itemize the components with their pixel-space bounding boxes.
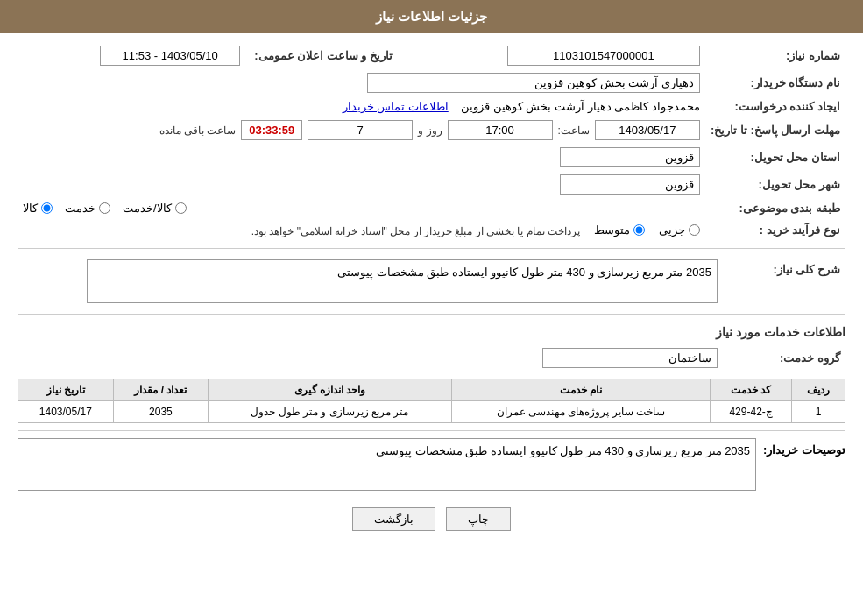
category-kala-khedmat-option[interactable]: کالا/خدمت bbox=[123, 202, 187, 215]
main-content: شماره نیاز: 1103101547000001 تاریخ و ساع… bbox=[0, 33, 863, 540]
city-value: قزوین bbox=[560, 174, 700, 195]
category-kala-option[interactable]: کالا bbox=[23, 202, 53, 215]
page-title: جزئیات اطلاعات نیاز bbox=[376, 9, 487, 24]
remaining-days-value: 7 bbox=[308, 120, 413, 140]
category-khedmat-label: خدمت bbox=[65, 202, 95, 215]
cell-unit: متر مربع زیرسازی و متر طول جدول bbox=[209, 401, 452, 423]
announce-datetime-value: 1403/05/10 - 11:53 bbox=[100, 46, 240, 66]
need-number-label: شماره نیاز: bbox=[705, 42, 845, 69]
col-header-row: ردیف bbox=[792, 379, 845, 401]
response-date-value: 1403/05/17 bbox=[595, 120, 700, 140]
remaining-days-label: روز و bbox=[418, 124, 442, 137]
creator-label: ایجاد کننده درخواست: bbox=[705, 96, 845, 117]
need-description-table: شرح کلی نیاز: 2035 متر مربع زیرسازی و 43… bbox=[18, 256, 845, 307]
cell-code: ج-42-429 bbox=[710, 401, 792, 423]
category-kala-khedmat-label: کالا/خدمت bbox=[123, 202, 172, 215]
response-deadline-label: مهلت ارسال پاسخ: تا تاریخ: bbox=[705, 117, 845, 144]
print-button[interactable]: چاپ bbox=[446, 507, 511, 531]
category-kala-label: کالا bbox=[23, 202, 38, 215]
response-time-label: ساعت: bbox=[558, 124, 590, 137]
buyer-org-label: نام دستگاه خریدار: bbox=[705, 69, 845, 96]
process-motavasset-label: متوسط bbox=[594, 223, 630, 237]
response-time-value: 17:00 bbox=[448, 120, 553, 140]
cell-name: ساخت سایر پروژه‌های مهندسی عمران bbox=[451, 401, 710, 423]
services-table: ردیف کد خدمت نام خدمت واحد اندازه گیری ت… bbox=[18, 379, 845, 423]
creator-contact-link[interactable]: اطلاعات تماس خریدار bbox=[343, 100, 449, 113]
province-value: قزوین bbox=[560, 147, 700, 167]
need-desc-value: 2035 متر مربع زیرسازی و 430 متر طول کانی… bbox=[87, 259, 718, 303]
process-motavasset-option[interactable]: متوسط bbox=[594, 223, 645, 237]
col-header-date: تاریخ نیاز bbox=[18, 379, 114, 401]
service-group-table: گروه خدمت: ساختمان bbox=[18, 344, 845, 372]
buyer-notes-wrapper: توصیحات خریدار: bbox=[18, 438, 845, 493]
cell-row: 1 bbox=[792, 401, 845, 423]
col-header-name: نام خدمت bbox=[451, 379, 710, 401]
col-header-code: کد خدمت bbox=[710, 379, 792, 401]
back-button[interactable]: بازگشت bbox=[352, 507, 435, 531]
process-label: نوع فرآیند خرید : bbox=[705, 218, 845, 241]
info-table: شماره نیاز: 1103101547000001 تاریخ و ساع… bbox=[18, 42, 845, 241]
button-row: چاپ بازگشت bbox=[18, 507, 845, 531]
process-note: پرداخت تمام یا بخشی از مبلغ خریدار از مح… bbox=[251, 225, 580, 237]
page-wrapper: جزئیات اطلاعات نیاز شماره نیاز: 11031015… bbox=[0, 0, 863, 616]
services-table-header-row: ردیف کد خدمت نام خدمت واحد اندازه گیری ت… bbox=[18, 379, 845, 401]
province-label: استان محل تحویل: bbox=[705, 144, 845, 171]
page-header-bar: جزئیات اطلاعات نیاز bbox=[0, 0, 863, 33]
service-group-label: گروه خدمت: bbox=[723, 344, 845, 372]
buyer-notes-label: توصیحات خریدار: bbox=[763, 438, 845, 457]
need-number-value: 1103101547000001 bbox=[507, 46, 700, 66]
cell-date: 1403/05/17 bbox=[18, 401, 114, 423]
creator-value: محمدجواد کاظمی دهیار آرشت بخش کوهین قزوی… bbox=[461, 100, 700, 113]
divider-2 bbox=[18, 314, 845, 315]
divider-1 bbox=[18, 248, 845, 249]
announce-label: تاریخ و ساعت اعلان عمومی: bbox=[245, 42, 398, 69]
remaining-time-label: ساعت باقی مانده bbox=[159, 124, 237, 137]
category-khedmat-option[interactable]: خدمت bbox=[65, 202, 110, 215]
col-header-unit: واحد اندازه گیری bbox=[209, 379, 452, 401]
need-desc-label: شرح کلی نیاز: bbox=[723, 256, 845, 307]
buyer-notes-textarea[interactable] bbox=[18, 438, 756, 491]
category-label: طبقه بندی موضوعی: bbox=[705, 198, 845, 218]
cell-qty: 2035 bbox=[113, 401, 209, 423]
remaining-time-value: 03:33:59 bbox=[241, 120, 302, 140]
process-jozi-option[interactable]: جزیی bbox=[659, 223, 700, 237]
buyer-org-value: دهیاری آرشت بخش کوهین قزوین bbox=[367, 73, 700, 93]
services-section-title: اطلاعات خدمات مورد نیاز bbox=[18, 325, 845, 339]
service-group-value: ساختمان bbox=[542, 348, 718, 368]
col-header-qty: تعداد / مقدار bbox=[113, 379, 209, 401]
table-row: 1 ج-42-429 ساخت سایر پروژه‌های مهندسی عم… bbox=[18, 401, 845, 423]
divider-3 bbox=[18, 430, 845, 431]
process-jozi-label: جزیی bbox=[659, 223, 685, 237]
city-label: شهر محل تحویل: bbox=[705, 171, 845, 198]
